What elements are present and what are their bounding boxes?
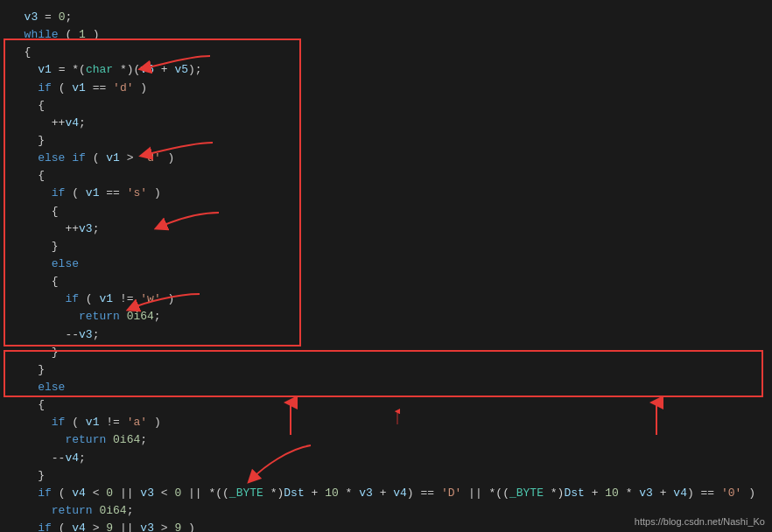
code-line-14: } (11, 238, 761, 256)
code-line-2: while ( 1 ) (11, 26, 761, 44)
code-line-11: if ( v1 == 's' ) (11, 185, 761, 202)
code-line-28: if ( v4 < 0 || v3 < 0 || *((_BYTE *)Dst … (11, 485, 761, 502)
code-line-7: ++v4; (11, 115, 761, 132)
code-line-13: ++v3; (11, 220, 761, 238)
code-line-9: else if ( v1 > 'd' ) (11, 150, 761, 167)
code-line-26: --v4; (11, 450, 761, 467)
code-line-23: { (11, 396, 761, 414)
code-line-15: else (11, 256, 761, 273)
watermark: https://blog.csdn.net/Nashi_Ko (635, 516, 765, 527)
code-line-22: else (11, 379, 761, 396)
code-line-17: if ( v1 != 'w' ) (11, 290, 761, 308)
code-lines: v3 = 0; while ( 1 ) { v1 = *(char *)(v6 … (11, 7, 761, 532)
code-container: v3 = 0; while ( 1 ) { v1 = *(char *)(v6 … (0, 0, 772, 532)
code-line-6: { (11, 97, 761, 115)
code-line-1: v3 = 0; (11, 9, 761, 26)
code-line-8: } (11, 132, 761, 150)
code-line-16: { (11, 273, 761, 290)
code-line-4: v1 = *(char *)(v6 + v5); (11, 61, 761, 79)
code-line-19: --v3; (11, 326, 761, 344)
code-line-3: { (11, 44, 761, 61)
code-line-20: } (11, 344, 761, 361)
code-line-25: return 0i64; (11, 431, 761, 449)
code-line-21: } (11, 361, 761, 379)
code-line-27: } (11, 467, 761, 485)
code-line-5: if ( v1 == 'd' ) (11, 80, 761, 97)
code-line-18: return 0i64; (11, 308, 761, 326)
code-line-24: if ( v1 != 'a' ) (11, 414, 761, 431)
code-line-12: { (11, 203, 761, 220)
code-line-10: { (11, 167, 761, 185)
